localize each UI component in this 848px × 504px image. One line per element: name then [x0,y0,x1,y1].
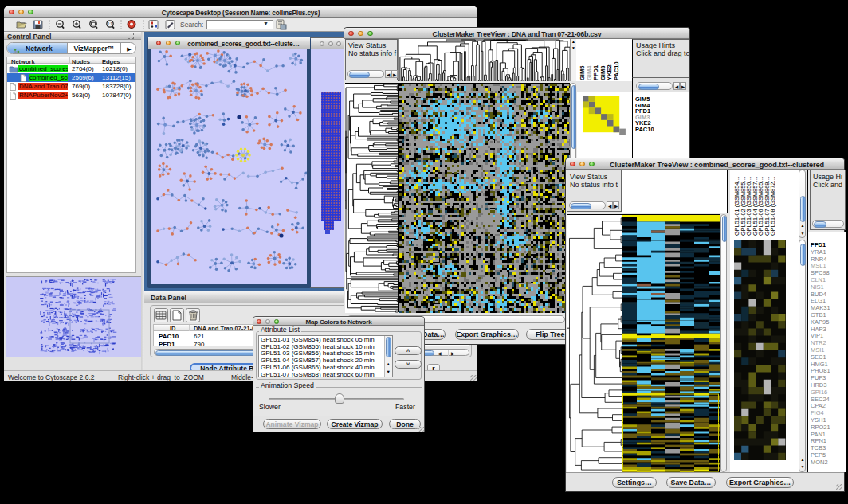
svg-text:1:1: 1:1 [108,22,113,26]
